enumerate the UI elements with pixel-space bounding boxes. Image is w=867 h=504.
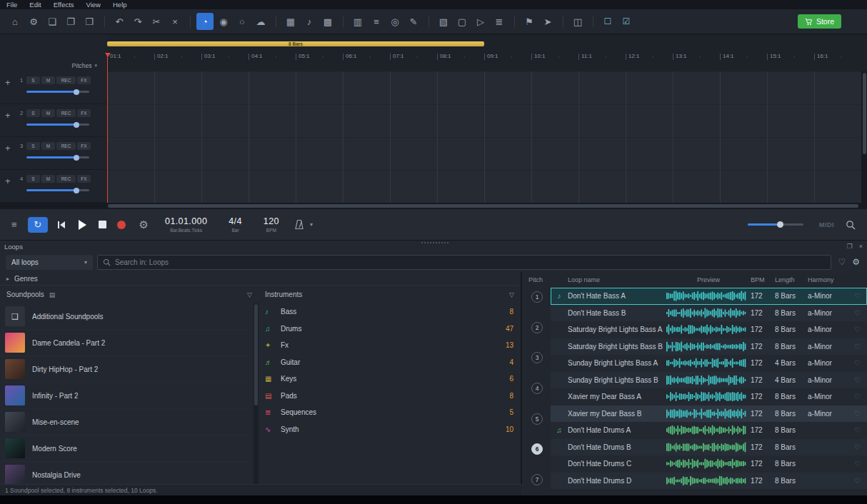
save-icon[interactable]: ❒ [81,13,98,30]
menu-item[interactable]: View [86,1,101,9]
vertical-scrollbar[interactable] [861,71,867,203]
loops-search-input[interactable] [115,258,826,266]
loop-row[interactable]: Sunday Bright Lights Bass A 172 4 Bars a… [551,355,867,372]
edit-tools-icon[interactable]: ✎ [405,13,422,30]
menu-item[interactable]: Edit [29,1,41,9]
delete-icon[interactable]: × [166,13,184,30]
favorite-icon[interactable]: ♡ [848,376,867,384]
solo-button[interactable]: S [26,109,40,117]
pitches-dropdown[interactable]: Pitches ▾ [72,62,97,69]
loop-waveform-preview[interactable] [666,324,751,335]
loops-settings-icon[interactable]: ⚙ [852,257,860,267]
soundpool-view-icon[interactable]: ▦ [282,13,299,30]
loop-row[interactable]: Don't Hate Drums C 172 8 Bars ♡ [551,455,867,473]
metronome-dropdown-icon[interactable]: ▾ [310,221,313,228]
tips-toggle-icon[interactable]: ☑ [618,13,635,30]
favorite-icon[interactable]: ♡ [848,410,867,418]
add-track-button[interactable]: + [5,175,18,202]
loop-waveform-preview[interactable] [666,425,751,435]
instrument-item[interactable]: ∿ Synth 10 [259,421,521,438]
pitch-button[interactable]: 3 [531,352,543,363]
loop-waveform-preview[interactable] [666,442,751,453]
soundpool-item[interactable]: Infinity - Part 2 [0,383,252,409]
fx-button[interactable]: FX [77,76,91,84]
easy-mode-toggle-icon[interactable]: ☐ [599,13,616,30]
track-volume-slider[interactable] [26,189,89,191]
undo-icon[interactable]: ↶ [111,13,128,30]
time-signature-display[interactable]: 4/4 Bar [229,216,242,233]
play-button[interactable] [76,219,88,231]
instrument-item[interactable]: ♫ Drums 47 [259,321,521,338]
loop-waveform-preview[interactable] [666,375,751,385]
scrollbar-thumb[interactable] [254,304,258,405]
video-player-icon[interactable]: ▷ [472,13,489,30]
instrument-item[interactable]: ✦ Fx 13 [259,337,521,354]
favorite-icon[interactable]: ♡ [848,292,867,300]
loop-toggle-button[interactable]: ↻ [28,217,48,233]
window-layout-icon[interactable]: ◫ [569,13,586,30]
loop-waveform-preview[interactable] [666,391,751,402]
stop-button[interactable] [99,221,106,228]
favorite-icon[interactable]: ♡ [848,460,867,468]
transport-menu-icon[interactable]: ≡ [11,219,17,230]
pitch-button[interactable]: 5 [531,413,543,425]
pitch-button[interactable]: 2 [531,322,543,333]
loop-row[interactable]: Sunday Bright Lights Bass B 172 4 Bars a… [551,372,867,389]
favorite-icon[interactable]: ♡ [848,426,867,434]
loop-row[interactable]: Xavier my Dear Bass A 172 8 Bars a-Minor… [551,388,867,405]
loop-row[interactable]: Saturday Bright Lights Bass A 172 8 Bars… [551,321,867,338]
loop-filter-dropdown[interactable]: All loops ▾ [6,255,93,270]
pitch-button[interactable]: 1 [531,291,543,303]
loop-waveform-preview[interactable] [666,358,751,368]
close-icon[interactable]: × [859,243,863,250]
solo-button[interactable]: S [26,175,40,183]
solo-button[interactable]: S [26,142,40,150]
cloud-sync-icon[interactable]: ☁ [252,13,269,30]
eq-icon[interactable]: ≡ [368,13,385,30]
fx-button[interactable]: FX [77,175,91,183]
add-track-button[interactable]: + [5,76,18,104]
add-track-button[interactable]: + [5,109,18,136]
soundpool-item[interactable]: Mise-en-scene [0,409,252,435]
genres-section[interactable]: ▸ Genres [0,272,521,286]
undock-icon[interactable]: ❐ [847,243,853,250]
track-volume-slider[interactable] [26,91,89,93]
fx-button[interactable]: FX [77,109,91,117]
playback-settings-icon[interactable]: ⚙ [139,218,149,231]
object-list-icon[interactable]: ≣ [491,13,508,30]
horizontal-scrollbar[interactable] [0,203,867,209]
cut-icon[interactable]: ✂ [148,13,165,30]
zoom-icon[interactable] [846,218,856,231]
solo-button[interactable]: S [26,76,40,84]
mute-button[interactable]: M [41,76,55,84]
record-options-icon[interactable]: ◎ [386,13,404,30]
loop-row[interactable]: Don't Hate Bass B 172 8 Bars a-Minor ♡ [551,305,867,322]
filter-icon[interactable]: ▽ [247,291,252,298]
loop-row[interactable]: ♪ Don't Hate Bass A 172 8 Bars a-Minor ♡ [551,288,867,305]
instrument-item[interactable]: ♪ Bass 8 [259,303,521,321]
favorite-icon[interactable]: ♡ [848,326,867,333]
instrument-view-icon[interactable]: ♪ [301,13,318,30]
soundpool-item[interactable]: Nostalgia Drive [0,462,252,484]
instrument-item[interactable]: ♬ Guitar 4 [259,354,521,371]
position-display[interactable]: 01.01.000 Bar.Beats.Ticks [165,216,207,233]
slider-handle[interactable] [74,89,79,95]
loop-row[interactable]: Don't Hate Drums B 172 8 Bars ♡ [551,439,867,456]
loop-row[interactable]: Xavier my Dear Bass B 172 8 Bars a-Minor… [551,405,867,423]
menu-item[interactable]: Effects [54,1,74,9]
favorite-icon[interactable]: ♡ [848,393,867,400]
mute-button[interactable]: M [41,142,55,150]
new-project-icon[interactable]: ❏ [44,13,61,30]
add-track-button[interactable]: + [5,142,18,169]
pitch-button[interactable]: 4 [531,383,543,394]
slider-handle[interactable] [74,122,79,128]
mouse-mode-icon[interactable]: ➤ [539,13,556,30]
soundpool-item[interactable]: Dame Candela - Part 2 [0,330,252,356]
loop-waveform-preview[interactable] [666,408,751,419]
instrument-item[interactable]: ≣ Sequences 5 [259,404,521,421]
instrument-item[interactable]: ▦ Keys 6 [259,371,521,388]
soundpool-item[interactable]: Modern Score [0,435,252,462]
column-header-bpm[interactable]: BPM [751,276,775,283]
instrument-item[interactable]: ▤ Pads 8 [259,388,521,405]
arrange-grid[interactable] [107,71,861,203]
